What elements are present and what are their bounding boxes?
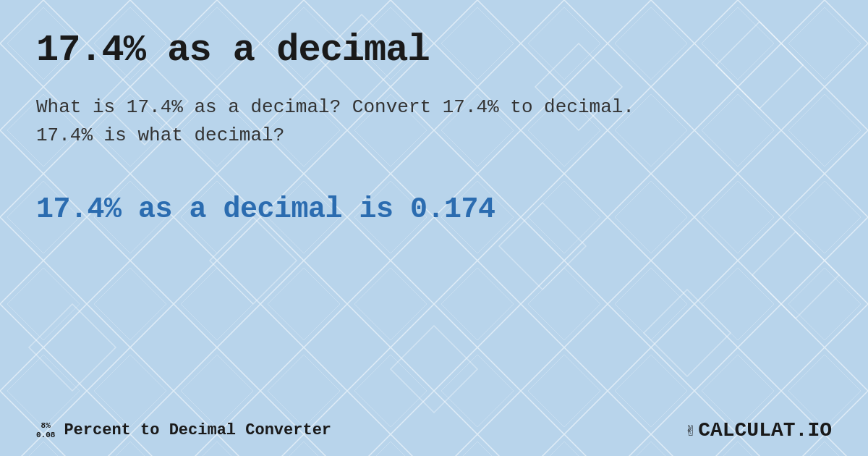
icon-bottom: 0.08 [36, 431, 55, 439]
icon-top: 8% [41, 421, 51, 430]
logo-text: CALCULAT.IO [698, 419, 832, 442]
result-section: 17.4% as a decimal is 0.174 [36, 193, 832, 226]
footer-left: 8% 0.08 Percent to Decimal Converter [36, 421, 331, 439]
page-title: 17.4% as a decimal [36, 29, 832, 72]
description-text: What is 17.4% as a decimal? Convert 17.4… [36, 93, 687, 150]
footer-label: Percent to Decimal Converter [64, 421, 331, 439]
percent-decimal-icon: 8% 0.08 [36, 421, 55, 439]
footer: 8% 0.08 Percent to Decimal Converter ✌ C… [36, 419, 832, 442]
main-content: 17.4% as a decimal What is 17.4% as a de… [0, 0, 868, 456]
result-text: 17.4% as a decimal is 0.174 [36, 193, 832, 226]
site-logo: ✌ CALCULAT.IO [685, 419, 832, 442]
logo-icon: ✌ [685, 420, 695, 441]
